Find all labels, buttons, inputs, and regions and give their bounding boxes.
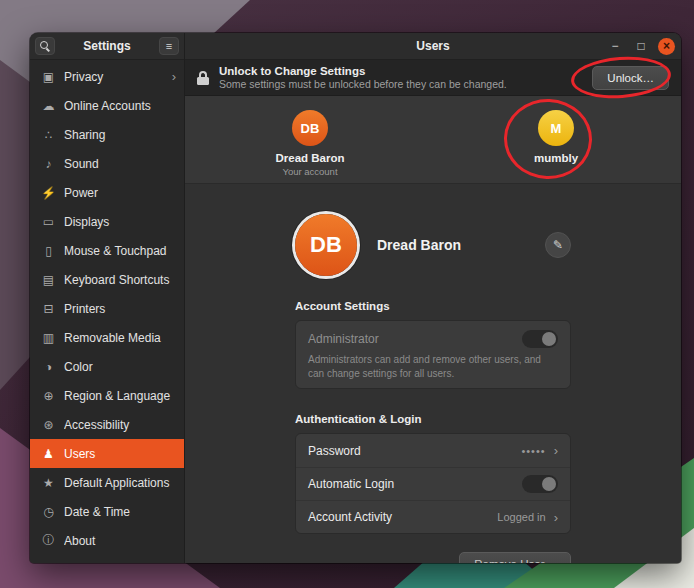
sidebar-item-sharing[interactable]: ∴ Sharing [30, 120, 184, 149]
pencil-icon: ✎ [553, 238, 563, 252]
sidebar-item-label: Region & Language [64, 389, 176, 403]
sidebar-headerbar: Settings ≡ [30, 33, 184, 60]
sidebar-item-region-language[interactable]: ⊕ Region & Language [30, 381, 184, 410]
hamburger-menu-icon: ≡ [166, 40, 172, 52]
sidebar-item-label: Sound [64, 157, 176, 171]
sidebar-item-color[interactable]: ◑ Color [30, 352, 184, 381]
search-icon [39, 40, 51, 52]
info-icon: ⓘ [41, 532, 56, 549]
account-activity-label: Account Activity [308, 510, 497, 524]
user-carousel: DB Dread Baron Your account M mumbly [185, 96, 681, 184]
sidebar-item-label: Power [64, 186, 176, 200]
sidebar-item-label: Displays [64, 215, 176, 229]
close-button[interactable]: × [658, 38, 675, 55]
sidebar-item-default-applications[interactable]: ★ Default Applications [30, 468, 184, 497]
main-panel: Users − □ × Unlock to Change Settings So… [185, 33, 681, 563]
sidebar-item-label: Keyboard Shortcuts [64, 273, 176, 287]
password-label: Password [308, 444, 521, 458]
menu-button[interactable]: ≡ [159, 37, 179, 55]
administrator-toggle[interactable] [522, 330, 558, 348]
carousel-user-mumbly[interactable]: M mumbly [511, 110, 601, 183]
sidebar-item-label: Default Applications [64, 476, 176, 490]
power-icon: ⚡ [41, 186, 56, 200]
sidebar-item-label: Sharing [64, 128, 176, 142]
chevron-right-icon: › [554, 443, 558, 458]
desktop: Settings ≡ ▣ Privacy › ☁ Online Accounts… [0, 0, 694, 588]
search-button[interactable] [35, 37, 55, 55]
unlock-banner-text: Unlock to Change Settings Some settings … [219, 65, 582, 90]
carousel-user-dread-baron[interactable]: DB Dread Baron Your account [265, 110, 355, 183]
sidebar-item-mouse-touchpad[interactable]: ▯ Mouse & Touchpad [30, 236, 184, 265]
sidebar-item-privacy[interactable]: ▣ Privacy › [30, 62, 184, 91]
unlock-button[interactable]: Unlock… [592, 66, 669, 90]
authentication-login-heading: Authentication & Login [295, 413, 571, 425]
unlock-banner: Unlock to Change Settings Some settings … [185, 60, 681, 96]
main-headerbar: Users − □ × [185, 33, 681, 60]
chevron-right-icon: › [172, 69, 176, 84]
sidebar-item-label: Color [64, 360, 176, 374]
accessibility-icon: ⊛ [41, 418, 56, 432]
sidebar-item-label: About [64, 534, 176, 548]
unlock-banner-title: Unlock to Change Settings [219, 65, 582, 77]
sidebar-item-label: Privacy [64, 70, 164, 84]
sidebar-item-label: Date & Time [64, 505, 176, 519]
account-settings-heading: Account Settings [295, 300, 571, 312]
sidebar-item-date-time[interactable]: ◷ Date & Time [30, 497, 184, 526]
keyboard-icon: ▤ [41, 273, 56, 287]
sidebar-list: ▣ Privacy › ☁ Online Accounts ∴ Sharing … [30, 60, 184, 563]
sidebar: Settings ≡ ▣ Privacy › ☁ Online Accounts… [30, 33, 185, 563]
globe-icon: ⊕ [41, 389, 56, 403]
account-activity-row[interactable]: Account Activity Logged in › [296, 500, 570, 533]
sidebar-item-online-accounts[interactable]: ☁ Online Accounts [30, 91, 184, 120]
chevron-right-icon: › [554, 510, 558, 525]
sidebar-item-power[interactable]: ⚡ Power [30, 178, 184, 207]
authentication-frame: Password ••••• › Automatic Login Account… [295, 433, 571, 534]
carousel-user-name: mumbly [534, 152, 578, 164]
remove-user-button[interactable]: Remove User… [459, 552, 571, 563]
printer-icon: ⊟ [41, 302, 56, 316]
settings-title: Settings [59, 39, 155, 53]
automatic-login-row: Automatic Login [296, 467, 570, 500]
sidebar-item-displays[interactable]: ▭ Displays [30, 207, 184, 236]
avatar: DB [292, 110, 328, 146]
sidebar-item-accessibility[interactable]: ⊛ Accessibility [30, 410, 184, 439]
sidebar-item-sound[interactable]: ♪ Sound [30, 149, 184, 178]
automatic-login-toggle[interactable] [522, 475, 558, 493]
clock-icon: ◷ [41, 505, 56, 519]
maximize-button[interactable]: □ [632, 37, 650, 55]
lock-icon [197, 71, 209, 85]
sidebar-item-removable-media[interactable]: ▥ Removable Media [30, 323, 184, 352]
edit-name-button[interactable]: ✎ [545, 232, 571, 258]
unlock-banner-subtitle: Some settings must be unlocked before th… [219, 78, 582, 90]
account-activity-value: Logged in [497, 511, 545, 523]
carousel-user-subtitle: Your account [282, 166, 337, 177]
profile-name: Dread Baron [377, 237, 545, 253]
carousel-user-name: Dread Baron [275, 152, 344, 164]
profile-row: DB Dread Baron ✎ [295, 214, 571, 276]
administrator-description: Administrators can add and remove other … [308, 353, 558, 380]
sidebar-item-printers[interactable]: ⊟ Printers [30, 294, 184, 323]
sidebar-item-label: Mouse & Touchpad [64, 244, 176, 258]
star-icon: ★ [41, 476, 56, 490]
sidebar-item-label: Accessibility [64, 418, 176, 432]
sidebar-item-label: Users [64, 447, 176, 461]
window-controls: − □ × [606, 37, 675, 55]
color-icon: ◑ [41, 360, 56, 374]
avatar: DB [295, 214, 357, 276]
mouse-icon: ▯ [41, 244, 56, 258]
automatic-login-label: Automatic Login [308, 477, 522, 491]
sidebar-item-users[interactable]: ♟ Users [30, 439, 184, 468]
sound-icon: ♪ [41, 157, 56, 171]
users-icon: ♟ [41, 447, 56, 461]
password-value: ••••• [521, 445, 545, 457]
sidebar-item-about[interactable]: ⓘ About [30, 526, 184, 555]
account-settings-frame: Administrator Administrators can add and… [295, 320, 571, 389]
privacy-icon: ▣ [41, 70, 56, 84]
minimize-button[interactable]: − [606, 37, 624, 55]
password-row[interactable]: Password ••••• › [296, 434, 570, 467]
sidebar-item-label: Removable Media [64, 331, 176, 345]
sidebar-item-label: Online Accounts [64, 99, 176, 113]
user-detail-panel: DB Dread Baron ✎ Account Settings Admini… [185, 184, 681, 563]
sidebar-item-keyboard-shortcuts[interactable]: ▤ Keyboard Shortcuts [30, 265, 184, 294]
removable-media-icon: ▥ [41, 331, 56, 345]
